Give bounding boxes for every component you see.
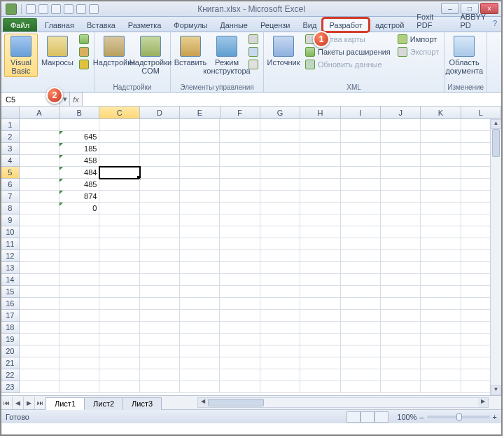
- cell[interactable]: [220, 322, 260, 334]
- cell[interactable]: [180, 310, 220, 322]
- cell[interactable]: [421, 274, 461, 286]
- cell[interactable]: [99, 250, 139, 262]
- cell[interactable]: [421, 357, 461, 369]
- document-panel-button[interactable]: Область документа: [447, 34, 481, 77]
- cell[interactable]: [260, 119, 300, 131]
- cell[interactable]: [140, 214, 180, 226]
- cell[interactable]: [421, 179, 461, 191]
- column-header[interactable]: J: [381, 107, 421, 118]
- cell[interactable]: [300, 262, 340, 274]
- cell[interactable]: [140, 143, 180, 155]
- cell[interactable]: [99, 322, 139, 334]
- cell[interactable]: [59, 226, 99, 238]
- cell[interactable]: [99, 179, 139, 191]
- cell[interactable]: [99, 214, 139, 226]
- cell[interactable]: [421, 131, 461, 143]
- tab-вид[interactable]: Вид: [297, 18, 323, 32]
- cell[interactable]: [140, 155, 180, 167]
- row-header[interactable]: 23: [1, 381, 20, 393]
- sheet-nav-prev[interactable]: ◀: [13, 397, 24, 409]
- scroll-up-arrow[interactable]: ▲: [491, 119, 501, 129]
- row-header[interactable]: 18: [1, 322, 20, 334]
- cell[interactable]: [220, 214, 260, 226]
- view-normal-button[interactable]: [346, 411, 360, 423]
- cell[interactable]: [140, 322, 180, 334]
- expansion-packs-button[interactable]: Пакеты расширения: [303, 46, 393, 57]
- cell[interactable]: [180, 155, 220, 167]
- fx-button[interactable]: fx: [70, 93, 83, 106]
- column-header[interactable]: H: [300, 107, 340, 118]
- cell[interactable]: [341, 226, 381, 238]
- cell[interactable]: [99, 286, 139, 298]
- cell[interactable]: [260, 262, 300, 274]
- cell[interactable]: [220, 167, 260, 179]
- xml-import-button[interactable]: Импорт: [396, 34, 441, 45]
- formula-input[interactable]: [83, 93, 501, 106]
- cell[interactable]: [59, 369, 99, 381]
- cell[interactable]: [421, 345, 461, 357]
- cell[interactable]: [381, 250, 421, 262]
- cell[interactable]: [341, 131, 381, 143]
- cell[interactable]: [99, 369, 139, 381]
- cell[interactable]: [381, 334, 421, 345]
- sheet-nav-next[interactable]: ▶: [24, 397, 35, 409]
- cell[interactable]: [220, 369, 260, 381]
- scroll-left-arrow[interactable]: ◀: [198, 398, 208, 407]
- cell[interactable]: [140, 250, 180, 262]
- cell[interactable]: [180, 357, 220, 369]
- cell[interactable]: [99, 345, 139, 357]
- column-header[interactable]: E: [180, 107, 220, 118]
- cell[interactable]: [421, 238, 461, 250]
- row-header[interactable]: 13: [1, 262, 20, 274]
- cell[interactable]: [140, 238, 180, 250]
- cell[interactable]: [59, 310, 99, 322]
- cell[interactable]: [381, 345, 421, 357]
- cell[interactable]: [220, 155, 260, 167]
- cell[interactable]: [99, 262, 139, 274]
- cell[interactable]: [99, 381, 139, 393]
- cell[interactable]: [341, 191, 381, 203]
- cell[interactable]: [20, 119, 59, 131]
- cell[interactable]: [381, 238, 421, 250]
- cell[interactable]: [260, 250, 300, 262]
- tab-вставка[interactable]: Вставка: [80, 18, 122, 32]
- column-header[interactable]: I: [341, 107, 381, 118]
- cell[interactable]: [99, 143, 139, 155]
- cell[interactable]: [20, 322, 59, 334]
- row-header[interactable]: 7: [1, 191, 20, 203]
- refresh-data-button[interactable]: Обновить данные: [303, 59, 393, 70]
- cell[interactable]: [59, 238, 99, 250]
- cell[interactable]: [381, 369, 421, 381]
- cell[interactable]: [260, 143, 300, 155]
- qat-save-icon[interactable]: [26, 4, 36, 14]
- cell[interactable]: [300, 310, 340, 322]
- sheet-tab[interactable]: Лист3: [122, 397, 162, 410]
- cell[interactable]: [99, 155, 139, 167]
- cell[interactable]: [180, 286, 220, 298]
- column-header[interactable]: K: [421, 107, 461, 118]
- row-header[interactable]: 3: [1, 143, 20, 155]
- cell[interactable]: [300, 167, 340, 179]
- cell[interactable]: [220, 262, 260, 274]
- row-header[interactable]: 5: [1, 167, 20, 179]
- worksheet-grid[interactable]: ABCDEFGHIJKL 126453185445854846485787480…: [1, 107, 501, 395]
- cell[interactable]: [381, 286, 421, 298]
- cell[interactable]: [260, 286, 300, 298]
- row-header[interactable]: 21: [1, 357, 20, 369]
- cell[interactable]: [180, 167, 220, 179]
- cell[interactable]: [381, 191, 421, 203]
- cell[interactable]: [180, 334, 220, 345]
- row-header[interactable]: 14: [1, 274, 20, 286]
- cell[interactable]: [220, 119, 260, 131]
- cell[interactable]: [20, 155, 59, 167]
- tab-разработ[interactable]: Разработ: [323, 18, 368, 32]
- cell[interactable]: [20, 357, 59, 369]
- cell[interactable]: [220, 381, 260, 393]
- cell[interactable]: [220, 345, 260, 357]
- cell[interactable]: [140, 334, 180, 345]
- cell[interactable]: [140, 286, 180, 298]
- cell[interactable]: [220, 203, 260, 214]
- cell[interactable]: [421, 250, 461, 262]
- cell[interactable]: [59, 286, 99, 298]
- cell[interactable]: [180, 191, 220, 203]
